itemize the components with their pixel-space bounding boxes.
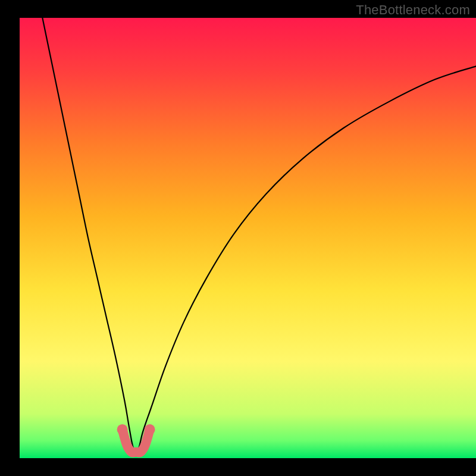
optimal-marker-endpoint xyxy=(117,424,128,435)
chart-canvas xyxy=(0,0,476,476)
chart-frame: TheBottleneck.com xyxy=(0,0,476,476)
watermark-text: TheBottleneck.com xyxy=(356,2,470,18)
optimal-marker-endpoint xyxy=(145,424,155,435)
